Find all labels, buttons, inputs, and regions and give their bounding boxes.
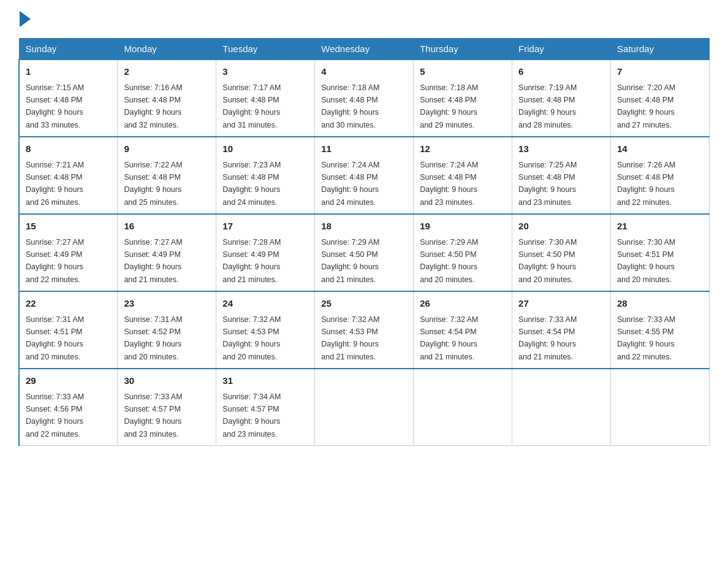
calendar-cell: 18 Sunrise: 7:29 AMSunset: 4:50 PMDaylig… [315, 214, 414, 291]
day-info: Sunrise: 7:25 AMSunset: 4:48 PMDaylight:… [518, 161, 577, 207]
calendar-cell: 22 Sunrise: 7:31 AMSunset: 4:51 PMDaylig… [19, 291, 118, 369]
calendar-cell: 28 Sunrise: 7:33 AMSunset: 4:55 PMDaylig… [611, 291, 710, 369]
calendar-cell: 4 Sunrise: 7:18 AMSunset: 4:48 PMDayligh… [315, 59, 414, 137]
day-info: Sunrise: 7:21 AMSunset: 4:48 PMDaylight:… [26, 161, 84, 207]
day-number: 28 [617, 297, 703, 311]
calendar-cell: 10 Sunrise: 7:23 AMSunset: 4:48 PMDaylig… [216, 137, 315, 214]
day-number: 30 [124, 374, 210, 388]
day-number: 31 [222, 374, 308, 388]
day-number: 29 [26, 374, 111, 388]
day-info: Sunrise: 7:31 AMSunset: 4:52 PMDaylight:… [124, 315, 182, 361]
day-number: 16 [124, 220, 210, 234]
day-info: Sunrise: 7:33 AMSunset: 4:56 PMDaylight:… [26, 393, 84, 439]
calendar-cell: 2 Sunrise: 7:16 AMSunset: 4:48 PMDayligh… [118, 59, 216, 137]
calendar-week-row: 22 Sunrise: 7:31 AMSunset: 4:51 PMDaylig… [19, 291, 710, 369]
column-header-wednesday: Wednesday [315, 39, 414, 60]
day-number: 23 [124, 297, 210, 311]
day-info: Sunrise: 7:18 AMSunset: 4:48 PMDaylight:… [321, 83, 379, 129]
calendar-cell: 30 Sunrise: 7:33 AMSunset: 4:57 PMDaylig… [118, 369, 216, 446]
logo-arrow-icon [20, 11, 31, 27]
day-number: 12 [420, 142, 506, 156]
day-info: Sunrise: 7:27 AMSunset: 4:49 PMDaylight:… [124, 238, 182, 284]
day-info: Sunrise: 7:28 AMSunset: 4:49 PMDaylight:… [222, 238, 281, 284]
calendar-cell: 11 Sunrise: 7:24 AMSunset: 4:48 PMDaylig… [315, 137, 414, 214]
day-info: Sunrise: 7:33 AMSunset: 4:57 PMDaylight:… [124, 393, 182, 439]
day-number: 11 [321, 142, 407, 156]
day-number: 9 [124, 142, 210, 156]
calendar-cell: 25 Sunrise: 7:32 AMSunset: 4:53 PMDaylig… [315, 291, 414, 369]
day-number: 5 [420, 65, 506, 79]
day-number: 22 [26, 297, 111, 311]
day-number: 10 [222, 142, 308, 156]
day-info: Sunrise: 7:29 AMSunset: 4:50 PMDaylight:… [420, 238, 478, 284]
day-number: 25 [321, 297, 407, 311]
day-number: 7 [617, 65, 703, 79]
day-info: Sunrise: 7:20 AMSunset: 4:48 PMDaylight:… [617, 83, 675, 129]
calendar-cell [611, 369, 710, 446]
day-number: 15 [26, 220, 111, 234]
day-info: Sunrise: 7:17 AMSunset: 4:48 PMDaylight:… [222, 83, 281, 129]
calendar-week-row: 1 Sunrise: 7:15 AMSunset: 4:48 PMDayligh… [19, 59, 710, 137]
calendar-cell [512, 369, 611, 446]
day-info: Sunrise: 7:19 AMSunset: 4:48 PMDaylight:… [518, 83, 577, 129]
day-info: Sunrise: 7:33 AMSunset: 4:55 PMDaylight:… [617, 315, 675, 361]
day-info: Sunrise: 7:23 AMSunset: 4:48 PMDaylight:… [222, 161, 281, 207]
calendar-cell: 24 Sunrise: 7:32 AMSunset: 4:53 PMDaylig… [216, 291, 315, 369]
day-number: 24 [222, 297, 308, 311]
column-header-monday: Monday [118, 39, 216, 60]
day-number: 26 [420, 297, 506, 311]
calendar-cell: 31 Sunrise: 7:34 AMSunset: 4:57 PMDaylig… [216, 369, 315, 446]
day-info: Sunrise: 7:33 AMSunset: 4:54 PMDaylight:… [518, 315, 577, 361]
calendar-cell: 15 Sunrise: 7:27 AMSunset: 4:49 PMDaylig… [19, 214, 118, 291]
calendar-cell: 16 Sunrise: 7:27 AMSunset: 4:49 PMDaylig… [118, 214, 216, 291]
calendar-cell [414, 369, 512, 446]
column-header-tuesday: Tuesday [216, 39, 315, 60]
calendar-cell: 13 Sunrise: 7:25 AMSunset: 4:48 PMDaylig… [512, 137, 611, 214]
day-info: Sunrise: 7:26 AMSunset: 4:48 PMDaylight:… [617, 161, 675, 207]
calendar-cell: 23 Sunrise: 7:31 AMSunset: 4:52 PMDaylig… [118, 291, 216, 369]
calendar-cell: 29 Sunrise: 7:33 AMSunset: 4:56 PMDaylig… [19, 369, 118, 446]
day-info: Sunrise: 7:34 AMSunset: 4:57 PMDaylight:… [222, 393, 281, 439]
day-info: Sunrise: 7:29 AMSunset: 4:50 PMDaylight:… [321, 238, 379, 284]
column-header-sunday: Sunday [19, 39, 118, 60]
day-number: 3 [222, 65, 308, 79]
day-number: 14 [617, 142, 703, 156]
day-number: 1 [26, 65, 111, 79]
calendar-cell: 21 Sunrise: 7:30 AMSunset: 4:51 PMDaylig… [611, 214, 710, 291]
calendar-cell: 26 Sunrise: 7:32 AMSunset: 4:54 PMDaylig… [414, 291, 512, 369]
calendar-cell: 19 Sunrise: 7:29 AMSunset: 4:50 PMDaylig… [414, 214, 512, 291]
calendar-cell: 1 Sunrise: 7:15 AMSunset: 4:48 PMDayligh… [19, 59, 118, 137]
day-info: Sunrise: 7:22 AMSunset: 4:48 PMDaylight:… [124, 161, 182, 207]
page-header [18, 12, 710, 27]
calendar-cell: 20 Sunrise: 7:30 AMSunset: 4:50 PMDaylig… [512, 214, 611, 291]
calendar-week-row: 15 Sunrise: 7:27 AMSunset: 4:49 PMDaylig… [19, 214, 710, 291]
day-info: Sunrise: 7:32 AMSunset: 4:53 PMDaylight:… [321, 315, 379, 361]
day-number: 2 [124, 65, 210, 79]
calendar-header-row: SundayMondayTuesdayWednesdayThursdayFrid… [19, 39, 710, 60]
day-info: Sunrise: 7:31 AMSunset: 4:51 PMDaylight:… [26, 315, 84, 361]
day-number: 20 [518, 220, 604, 234]
day-number: 27 [518, 297, 604, 311]
column-header-thursday: Thursday [414, 39, 512, 60]
calendar-cell [315, 369, 414, 446]
calendar-week-row: 29 Sunrise: 7:33 AMSunset: 4:56 PMDaylig… [19, 369, 710, 446]
calendar-cell: 5 Sunrise: 7:18 AMSunset: 4:48 PMDayligh… [414, 59, 512, 137]
day-number: 13 [518, 142, 604, 156]
day-number: 6 [518, 65, 604, 79]
day-info: Sunrise: 7:16 AMSunset: 4:48 PMDaylight:… [124, 83, 182, 129]
calendar-cell: 8 Sunrise: 7:21 AMSunset: 4:48 PMDayligh… [19, 137, 118, 214]
day-info: Sunrise: 7:18 AMSunset: 4:48 PMDaylight:… [420, 83, 478, 129]
calendar-cell: 14 Sunrise: 7:26 AMSunset: 4:48 PMDaylig… [611, 137, 710, 214]
column-header-saturday: Saturday [611, 39, 710, 60]
day-info: Sunrise: 7:30 AMSunset: 4:51 PMDaylight:… [617, 238, 675, 284]
calendar-week-row: 8 Sunrise: 7:21 AMSunset: 4:48 PMDayligh… [19, 137, 710, 214]
day-info: Sunrise: 7:30 AMSunset: 4:50 PMDaylight:… [518, 238, 577, 284]
day-number: 18 [321, 220, 407, 234]
calendar-cell: 6 Sunrise: 7:19 AMSunset: 4:48 PMDayligh… [512, 59, 611, 137]
calendar-table: SundayMondayTuesdayWednesdayThursdayFrid… [18, 38, 710, 446]
calendar-cell: 3 Sunrise: 7:17 AMSunset: 4:48 PMDayligh… [216, 59, 315, 137]
day-info: Sunrise: 7:32 AMSunset: 4:54 PMDaylight:… [420, 315, 478, 361]
calendar-cell: 17 Sunrise: 7:28 AMSunset: 4:49 PMDaylig… [216, 214, 315, 291]
logo [18, 12, 31, 27]
day-info: Sunrise: 7:32 AMSunset: 4:53 PMDaylight:… [222, 315, 281, 361]
